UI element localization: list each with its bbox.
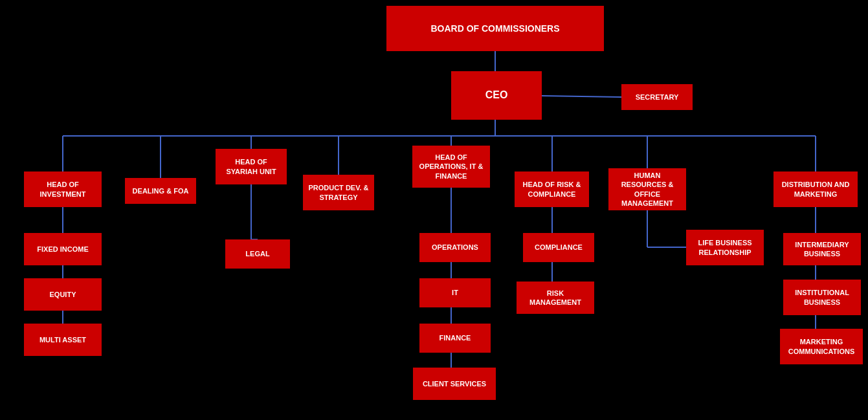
equity-node: EQUITY: [24, 278, 102, 311]
intermediary-node: INTERMEDIARY BUSINESS: [783, 233, 861, 265]
multi-asset-node: MULTI ASSET: [24, 324, 102, 356]
risk-mgmt-node: RISK MANAGEMENT: [517, 282, 594, 314]
org-chart: BOARD OF COMMISSIONERS CEO SECRETARY HEA…: [0, 0, 868, 420]
life-business-node: LIFE BUSINESS RELATIONSHIP: [686, 230, 764, 265]
dist-marketing-node: DISTRIBUTION AND MARKETING: [773, 171, 858, 207]
product-dev-node: PRODUCT DEV. & STRATEGY: [303, 175, 374, 210]
compliance-node: COMPLIANCE: [523, 233, 594, 262]
svg-line-1: [542, 96, 621, 97]
hr-office-node: HUMAN RESOURCES & OFFICE MANAGEMENT: [608, 168, 686, 210]
legal-node: LEGAL: [225, 239, 290, 269]
client-services-node: CLIENT SERVICES: [413, 368, 496, 400]
head-risk-node: HEAD OF RISK & COMPLIANCE: [515, 171, 589, 207]
institutional-node: INSTITUTIONAL BUSINESS: [783, 280, 861, 315]
fixed-income-node: FIXED INCOME: [24, 233, 102, 265]
secretary-node: SECRETARY: [621, 84, 693, 110]
dealing-foa-node: DEALING & FOA: [125, 178, 196, 204]
it-node: IT: [419, 278, 491, 307]
marketing-comms-node: MARKETING COMMUNICATIONS: [780, 329, 863, 364]
head-investment-node: HEAD OF INVESTMENT: [24, 171, 102, 207]
board-node: BOARD OF COMMISSIONERS: [386, 6, 604, 51]
head-ops-node: HEAD OF OPERATIONS, IT & FINANCE: [412, 146, 490, 188]
ceo-node: CEO: [451, 71, 542, 120]
head-syariah-node: HEAD OF SYARIAH UNIT: [216, 149, 287, 184]
finance-node: FINANCE: [419, 324, 491, 353]
operations-node: OPERATIONS: [419, 233, 491, 262]
